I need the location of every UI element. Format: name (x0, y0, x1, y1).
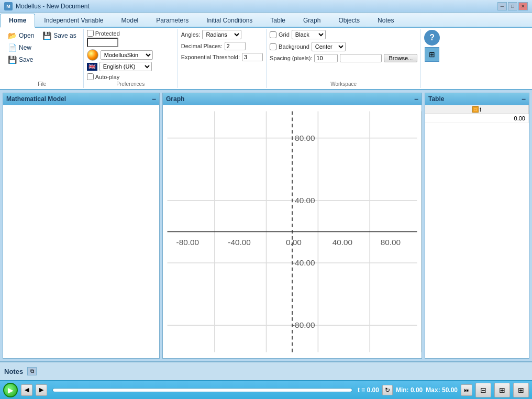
table-column-header-row: □ t (425, 105, 529, 114)
svg-text:40.00: 40.00 (332, 238, 352, 247)
notes-panel: Notes ⧉ (0, 361, 532, 380)
svg-text:40.00: 40.00 (295, 196, 315, 205)
background-label: Background (279, 43, 309, 50)
graph-header: Graph – (163, 93, 422, 105)
next-button[interactable]: ▶ (36, 384, 47, 396)
workspace-group-label: Workspace (270, 80, 417, 87)
file-group-label: File (4, 80, 80, 87)
grid-label: Grid (279, 31, 290, 38)
time-display: t = 0.00 (358, 386, 379, 394)
graph-svg: -80.00 -40.00 0.00 40.00 80.00 80.00 40.… (163, 105, 422, 358)
tab-model[interactable]: Model (113, 14, 148, 27)
spacing-label: Spacing (pixels): (270, 55, 312, 61)
tab-notes[interactable]: Notes (369, 14, 403, 27)
angles-label: Angles: (181, 31, 201, 38)
table-header: Table – (425, 93, 529, 105)
decimal-places-input[interactable] (225, 42, 246, 50)
tab-parameters[interactable]: Parameters (147, 14, 197, 27)
autoplay-checkbox[interactable] (87, 73, 94, 80)
window-title: Modellus - New Document (16, 3, 497, 10)
minimize-button[interactable]: ─ (497, 2, 507, 10)
preferences-group-label: Preferences (87, 80, 174, 87)
protected-checkbox[interactable] (87, 30, 94, 37)
language-select[interactable]: English (UK) (99, 62, 152, 71)
autoplay-label: Auto-play (95, 74, 119, 80)
graph-panel: Graph – (162, 93, 422, 359)
modellus-icon[interactable]: ⊞ (425, 47, 439, 62)
background-align-select[interactable]: Center Tile Stretch (312, 42, 346, 51)
tab-graph[interactable]: Graph (294, 14, 329, 27)
mathematical-model-title: Mathematical Model (6, 95, 66, 103)
open-icon: 📂 (8, 31, 17, 40)
tab-initial-conditions[interactable]: Initial Conditions (197, 14, 261, 27)
view-grid-button[interactable]: ⊞ (513, 383, 529, 397)
open-button[interactable]: 📂 Open (4, 30, 38, 41)
ribbon-content: 📂 Open 💾 Save as 📄 New 💾 Save File (0, 28, 532, 90)
angles-group: Angles: Radians Degrees Decimal Places: … (178, 29, 267, 88)
graph-minimize[interactable]: – (414, 95, 418, 103)
svg-text:0.00: 0.00 (286, 238, 302, 247)
background-path-input[interactable] (340, 54, 382, 62)
max-display: Max: 50.00 (426, 386, 458, 394)
save-button[interactable]: 💾 Save (4, 54, 37, 65)
mathematical-model-panel: Mathematical Model – (3, 93, 160, 359)
flag-icon: 🇬🇧 (87, 63, 97, 71)
notes-restore-button[interactable]: ⧉ (27, 367, 37, 375)
graph-title: Graph (166, 95, 184, 103)
notes-label: Notes (4, 368, 23, 375)
mathematical-model-body[interactable] (3, 105, 159, 358)
tab-independent-variable[interactable]: Independent Variable (35, 14, 112, 27)
svg-text:-40.00: -40.00 (292, 258, 315, 267)
new-icon: 📄 (8, 43, 17, 52)
svg-text:-80.00: -80.00 (176, 238, 199, 247)
help-group: ? ⊞ (421, 29, 443, 88)
table-column-t: □ t (425, 105, 529, 114)
panels-row: Mathematical Model – Graph – (3, 93, 529, 359)
app-icon: M (4, 2, 13, 10)
table-body: □ t 0.00 (425, 105, 529, 358)
view-stacked-button[interactable]: ⊞ (494, 383, 510, 397)
protected-field (87, 38, 118, 47)
angles-select[interactable]: Radians Degrees (202, 30, 241, 39)
prev-button[interactable]: ◀ (21, 384, 32, 396)
tab-table[interactable]: Table (261, 14, 294, 27)
mathematical-model-minimize[interactable]: – (152, 95, 156, 103)
spacing-input[interactable] (314, 54, 338, 62)
mathematical-model-header: Mathematical Model – (3, 93, 159, 105)
save-as-icon: 💾 (42, 31, 51, 40)
preferences-group: Protected ModellusSkin 🇬🇧 English (UK) A… (84, 29, 178, 88)
new-button[interactable]: 📄 New (4, 42, 35, 53)
save-icon: 💾 (8, 56, 17, 64)
progress-bar[interactable] (52, 388, 352, 392)
file-group: 📂 Open 💾 Save as 📄 New 💾 Save File (1, 29, 84, 88)
table-cell-t: 0.00 (425, 114, 529, 123)
refresh-button[interactable]: ↻ (382, 385, 393, 395)
workspace-group: Grid Black Gray White Background Center … (267, 29, 421, 88)
title-bar: M Modellus - New Document ─ □ ✕ (0, 0, 532, 13)
status-bar: ▶ ◀ ▶ t = 0.00 ↻ Min: 0.00 Max: 50.00 ⏭ … (0, 380, 532, 399)
exponential-threshold-input[interactable] (242, 53, 263, 61)
grid-checkbox[interactable] (270, 31, 276, 38)
help-button[interactable]: ? (424, 30, 440, 46)
skin-select[interactable]: ModellusSkin (101, 50, 153, 60)
tab-home[interactable]: Home (0, 14, 35, 28)
tab-objects[interactable]: Objects (329, 14, 369, 27)
ribbon-tabs: Home Independent Variable Model Paramete… (0, 13, 532, 28)
background-checkbox[interactable] (270, 43, 276, 50)
decimal-places-label: Decimal Places: (181, 43, 223, 49)
table-row: 0.00 (425, 114, 529, 123)
end-button[interactable]: ⏭ (461, 384, 472, 396)
svg-text:-80.00: -80.00 (292, 320, 315, 329)
svg-text:-40.00: -40.00 (228, 238, 250, 247)
close-button[interactable]: ✕ (518, 2, 528, 10)
save-as-button[interactable]: 💾 Save as (39, 30, 80, 41)
play-button[interactable]: ▶ (3, 383, 18, 397)
table-minimize[interactable]: – (522, 95, 526, 103)
grid-color-select[interactable]: Black Gray White (292, 30, 326, 39)
graph-body[interactable]: -80.00 -40.00 0.00 40.00 80.00 80.00 40.… (163, 105, 422, 358)
view-split-button[interactable]: ⊟ (475, 383, 491, 397)
main-area: Mathematical Model – Graph – (0, 90, 532, 361)
skin-icon (87, 49, 98, 61)
browse-button[interactable]: Browse... (384, 54, 417, 62)
restore-button[interactable]: □ (508, 2, 517, 10)
